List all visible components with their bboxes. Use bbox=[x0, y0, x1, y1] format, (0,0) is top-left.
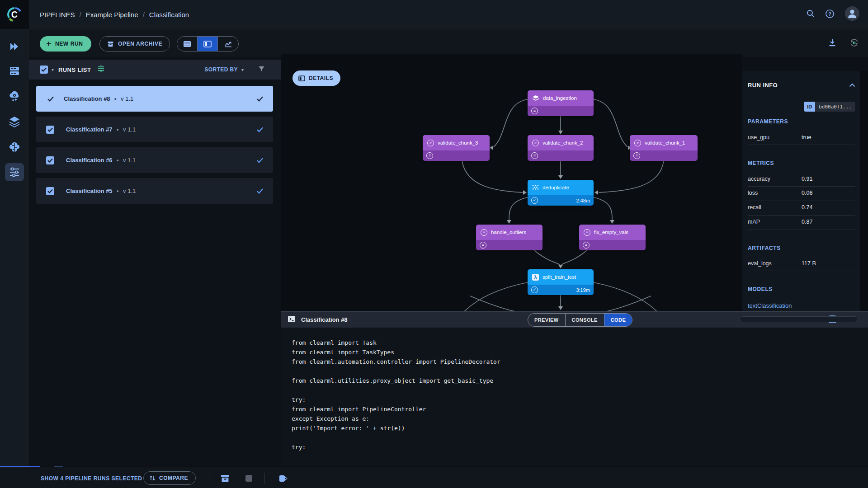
run-row-classification-7[interactable]: Classification #7 ● v 1.1 bbox=[36, 117, 273, 142]
circled-chevrons-icon: » bbox=[634, 140, 641, 146]
runs-hscroll-thumb[interactable] bbox=[0, 466, 40, 467]
select-all-checkbox[interactable] bbox=[40, 66, 48, 74]
hyper-datasets-icon bbox=[8, 116, 21, 127]
run-version: v 1.1 bbox=[123, 157, 136, 164]
top-bar: C PIPELINES / Example Pipeline / Classif… bbox=[0, 0, 868, 29]
charts-view-icon bbox=[224, 41, 232, 47]
divider bbox=[748, 230, 855, 230]
breadcrumb: PIPELINES / Example Pipeline / Classific… bbox=[40, 0, 189, 29]
pipeline-toolbar: NEW RUN OPEN ARCHIVE bbox=[29, 29, 868, 57]
row-checkbox[interactable] bbox=[46, 126, 54, 134]
clearml-logo[interactable]: C bbox=[0, 0, 29, 29]
plus-icon bbox=[46, 41, 52, 47]
dag-node-validate-chunk-2[interactable]: »validate_chunk_2 ≡ bbox=[528, 135, 594, 161]
sidebar-item-models[interactable] bbox=[0, 137, 29, 157]
open-archive-button[interactable]: OPEN ARCHIVE bbox=[99, 36, 170, 52]
selection-footer: SHOW 4 PIPELINE RUNS SELECTED COMPARE bbox=[0, 468, 868, 488]
split-view-toggle[interactable] bbox=[198, 37, 218, 51]
archive-icon bbox=[107, 41, 114, 47]
run-row-classification-6[interactable]: Classification #6 ● v 1.1 bbox=[36, 147, 273, 173]
left-sidebar bbox=[0, 29, 29, 488]
user-avatar[interactable] bbox=[844, 6, 860, 23]
dag-node-split-train-test[interactable]: λsplit_train_test ✓3:19m bbox=[528, 269, 594, 295]
collapse-chevron-icon[interactable] bbox=[849, 81, 855, 89]
sorted-by-caret[interactable]: ▾ bbox=[241, 67, 244, 72]
help-icon[interactable]: ? bbox=[825, 9, 835, 20]
pipelines-icon bbox=[9, 167, 20, 178]
sidebar-item-datasets[interactable] bbox=[0, 61, 29, 81]
filter-funnel-icon[interactable] bbox=[258, 66, 265, 74]
node-label: split_train_test bbox=[542, 274, 576, 280]
window-scrollbar-track[interactable] bbox=[860, 71, 868, 311]
new-run-label: NEW RUN bbox=[55, 41, 83, 47]
run-info-hscrollbar[interactable] bbox=[740, 316, 858, 322]
charts-view-toggle[interactable] bbox=[218, 37, 238, 51]
stop-icon[interactable] bbox=[245, 468, 253, 488]
tag-icon[interactable] bbox=[278, 468, 288, 488]
run-version: v 1.1 bbox=[123, 126, 136, 133]
node-label: handle_outliers bbox=[491, 230, 526, 235]
run-completed-icon bbox=[257, 96, 263, 102]
node-runtime: 3:19m bbox=[576, 287, 590, 293]
sidebar-item-data-processing[interactable] bbox=[0, 86, 29, 106]
dag-node-validate-chunk-1[interactable]: »validate_chunk_1 ≡ bbox=[630, 135, 698, 161]
datasets-icon bbox=[9, 66, 20, 76]
node-label: deduplicate bbox=[542, 185, 569, 190]
compare-icon bbox=[149, 475, 156, 481]
tab-code[interactable]: CODE bbox=[604, 314, 632, 326]
metric-name: recall bbox=[748, 204, 761, 211]
model-link[interactable]: textClassification bbox=[748, 302, 792, 309]
tab-console[interactable]: CONSOLE bbox=[566, 314, 604, 326]
breadcrumb-project[interactable]: Example Pipeline bbox=[86, 11, 138, 19]
breadcrumb-root[interactable]: PIPELINES bbox=[40, 11, 75, 19]
runs-list-panel: ▾ RUNS LIST SORTED BY ▾ Classification #… bbox=[29, 57, 281, 465]
status-filter-icon[interactable] bbox=[97, 65, 105, 74]
sidebar-item-pipelines[interactable] bbox=[0, 162, 29, 182]
pipeline-dag-canvas[interactable]: DETAILS data_ingestion ≡ »validate_chunk… bbox=[281, 54, 742, 311]
dag-node-data-ingestion[interactable]: data_ingestion ≡ bbox=[528, 90, 594, 116]
app-window: C PIPELINES / Example Pipeline / Classif… bbox=[0, 0, 868, 488]
run-version: v 1.1 bbox=[121, 95, 133, 102]
table-view-toggle[interactable] bbox=[177, 37, 198, 51]
sorted-by-button[interactable]: SORTED BY bbox=[204, 66, 238, 73]
run-id-chip[interactable]: ID bd00a0f1... bbox=[804, 102, 855, 112]
run-version: v 1.1 bbox=[123, 188, 136, 194]
dag-node-deduplicate[interactable]: deduplicate ✓2:48m bbox=[528, 180, 594, 206]
completed-check-icon: ✓ bbox=[531, 286, 538, 293]
auto-refresh-icon[interactable] bbox=[849, 38, 859, 49]
runs-hscroll-thumb-secondary[interactable] bbox=[54, 466, 63, 467]
dag-node-validate-chunk-3[interactable]: »validate_chunk_3 ≡ bbox=[423, 135, 490, 161]
divider bbox=[264, 473, 265, 484]
compare-button[interactable]: COMPARE bbox=[143, 471, 196, 485]
search-icon[interactable] bbox=[806, 9, 815, 20]
archive-icon[interactable] bbox=[220, 468, 230, 488]
sidebar-item-projects[interactable] bbox=[0, 37, 29, 56]
select-dropdown-caret[interactable]: ▾ bbox=[52, 67, 54, 72]
dag-node-fix-empty-vals[interactable]: »fix_empty_vals ≡ bbox=[579, 225, 646, 250]
row-checkbox[interactable] bbox=[46, 156, 54, 164]
run-completed-icon bbox=[257, 158, 263, 163]
tab-preview[interactable]: PREVIEW bbox=[528, 314, 566, 326]
runs-list-title: RUNS LIST bbox=[58, 66, 91, 73]
new-run-button[interactable]: NEW RUN bbox=[40, 36, 91, 52]
metric-value: 0.91 bbox=[802, 176, 812, 182]
metric-row: mAP 0.87 bbox=[748, 219, 855, 225]
metric-row: accuracy 0.91 bbox=[748, 176, 855, 182]
dag-node-handle-outliers[interactable]: »handle_outliers ≡ bbox=[476, 225, 542, 250]
metric-name: loss bbox=[748, 190, 758, 196]
check-icon bbox=[41, 67, 47, 72]
row-checkbox-checked[interactable] bbox=[47, 96, 54, 102]
code-viewer[interactable]: from clearml import Task from clearml im… bbox=[292, 338, 500, 452]
selected-runs-summary[interactable]: SHOW 4 PIPELINE RUNS SELECTED bbox=[41, 468, 142, 488]
sidebar-item-hyper-datasets[interactable] bbox=[0, 112, 29, 131]
details-button[interactable]: DETAILS bbox=[292, 70, 340, 86]
row-checkbox[interactable] bbox=[46, 187, 54, 195]
run-row-classification-8[interactable]: Classification #8 ● v 1.1 bbox=[36, 86, 273, 112]
circled-chevrons-icon: » bbox=[532, 140, 539, 146]
metrics-section-title: METRICS bbox=[748, 160, 855, 166]
run-row-classification-5[interactable]: Classification #5 ● v 1.1 bbox=[36, 178, 273, 204]
svg-text:C: C bbox=[11, 9, 18, 19]
download-icon[interactable] bbox=[828, 38, 837, 49]
artifact-size: 117 B bbox=[802, 260, 816, 267]
metric-value: 0.06 bbox=[802, 190, 812, 196]
